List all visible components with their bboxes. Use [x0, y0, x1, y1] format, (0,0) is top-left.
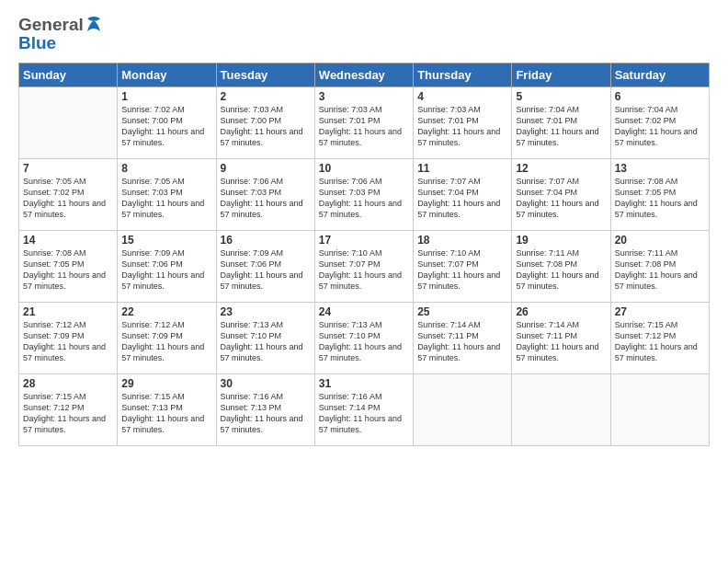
sunset-text: Sunset: 7:03 PM [121, 187, 211, 198]
logo-general-text: General [18, 15, 84, 35]
daylight-text: Daylight: 11 hours and 57 minutes. [615, 270, 705, 292]
calendar-table: Sunday Monday Tuesday Wednesday Thursday… [18, 63, 710, 446]
sunrise-text: Sunrise: 7:11 AM [615, 247, 705, 259]
day-info: Sunrise: 7:14 AM Sunset: 7:11 PM Dayligh… [417, 319, 507, 364]
col-tuesday: Tuesday [216, 63, 314, 87]
day-info: Sunrise: 7:11 AM Sunset: 7:08 PM Dayligh… [615, 247, 705, 293]
calendar-cell: 6 Sunrise: 7:04 AM Sunset: 7:02 PM Dayli… [610, 87, 709, 159]
sunset-text: Sunset: 7:01 PM [319, 115, 409, 126]
daylight-text: Daylight: 11 hours and 57 minutes. [417, 270, 507, 292]
calendar-cell: 15 Sunrise: 7:09 AM Sunset: 7:06 PM Dayl… [118, 231, 216, 303]
sunrise-text: Sunrise: 7:09 AM [221, 247, 311, 259]
calendar-cell: 23 Sunrise: 7:13 AM Sunset: 7:10 PM Dayl… [216, 303, 314, 374]
calendar-cell: 11 Sunrise: 7:07 AM Sunset: 7:04 PM Dayl… [414, 159, 512, 231]
weekday-row: Sunday Monday Tuesday Wednesday Thursday… [19, 63, 710, 87]
calendar-cell: 10 Sunrise: 7:06 AM Sunset: 7:03 PM Dayl… [314, 159, 413, 231]
day-number: 14 [23, 234, 113, 247]
sunset-text: Sunset: 7:05 PM [23, 259, 113, 270]
calendar-cell [19, 87, 118, 159]
sunset-text: Sunset: 7:04 PM [417, 187, 507, 198]
day-number: 5 [516, 90, 606, 103]
day-info: Sunrise: 7:03 AM Sunset: 7:01 PM Dayligh… [417, 104, 507, 149]
day-number: 6 [615, 90, 705, 103]
daylight-text: Daylight: 11 hours and 57 minutes. [23, 270, 113, 292]
sunrise-text: Sunrise: 7:13 AM [221, 319, 311, 330]
calendar-cell: 1 Sunrise: 7:02 AM Sunset: 7:00 PM Dayli… [118, 87, 216, 159]
day-number: 7 [23, 162, 113, 175]
day-info: Sunrise: 7:03 AM Sunset: 7:01 PM Dayligh… [319, 104, 409, 149]
day-number: 18 [417, 234, 507, 247]
day-info: Sunrise: 7:16 AM Sunset: 7:13 PM Dayligh… [221, 391, 311, 436]
day-number: 12 [516, 162, 606, 175]
sunset-text: Sunset: 7:13 PM [221, 402, 311, 413]
day-info: Sunrise: 7:07 AM Sunset: 7:04 PM Dayligh… [417, 176, 507, 221]
sunset-text: Sunset: 7:01 PM [417, 115, 507, 126]
daylight-text: Daylight: 11 hours and 57 minutes. [121, 126, 211, 148]
day-number: 15 [121, 234, 211, 247]
daylight-text: Daylight: 11 hours and 57 minutes. [319, 126, 409, 148]
calendar-week-1: 1 Sunrise: 7:02 AM Sunset: 7:00 PM Dayli… [19, 87, 710, 159]
sunrise-text: Sunrise: 7:15 AM [23, 391, 113, 402]
sunrise-text: Sunrise: 7:16 AM [319, 391, 409, 402]
sunrise-text: Sunrise: 7:07 AM [417, 176, 507, 187]
calendar-week-2: 7 Sunrise: 7:05 AM Sunset: 7:02 PM Dayli… [19, 159, 710, 231]
day-info: Sunrise: 7:08 AM Sunset: 7:05 PM Dayligh… [615, 176, 705, 221]
sunrise-text: Sunrise: 7:07 AM [516, 176, 606, 187]
sunrise-text: Sunrise: 7:06 AM [319, 176, 409, 187]
day-info: Sunrise: 7:15 AM Sunset: 7:13 PM Dayligh… [121, 391, 211, 436]
sunset-text: Sunset: 7:11 PM [516, 330, 606, 341]
calendar-cell: 18 Sunrise: 7:10 AM Sunset: 7:07 PM Dayl… [414, 231, 512, 303]
calendar-cell: 26 Sunrise: 7:14 AM Sunset: 7:11 PM Dayl… [512, 303, 610, 374]
sunset-text: Sunset: 7:09 PM [121, 330, 211, 341]
calendar-cell: 19 Sunrise: 7:11 AM Sunset: 7:08 PM Dayl… [512, 231, 610, 303]
day-info: Sunrise: 7:04 AM Sunset: 7:01 PM Dayligh… [516, 104, 606, 149]
sunrise-text: Sunrise: 7:10 AM [417, 247, 507, 259]
sunrise-text: Sunrise: 7:12 AM [23, 319, 113, 330]
calendar-cell: 4 Sunrise: 7:03 AM Sunset: 7:01 PM Dayli… [414, 87, 512, 159]
sunset-text: Sunset: 7:06 PM [221, 259, 311, 270]
day-number: 17 [319, 234, 409, 247]
calendar-cell: 20 Sunrise: 7:11 AM Sunset: 7:08 PM Dayl… [610, 231, 709, 303]
day-info: Sunrise: 7:03 AM Sunset: 7:00 PM Dayligh… [221, 104, 311, 149]
sunrise-text: Sunrise: 7:10 AM [319, 247, 409, 259]
day-number: 24 [319, 305, 409, 318]
day-info: Sunrise: 7:08 AM Sunset: 7:05 PM Dayligh… [23, 247, 113, 293]
day-info: Sunrise: 7:07 AM Sunset: 7:04 PM Dayligh… [516, 176, 606, 221]
page: General Blue Sunday Monday Tuesday Wedne… [0, 0, 728, 563]
daylight-text: Daylight: 11 hours and 57 minutes. [221, 198, 311, 220]
sunset-text: Sunset: 7:00 PM [121, 115, 211, 126]
day-info: Sunrise: 7:06 AM Sunset: 7:03 PM Dayligh… [221, 176, 311, 221]
daylight-text: Daylight: 11 hours and 57 minutes. [615, 126, 705, 148]
calendar-cell: 13 Sunrise: 7:08 AM Sunset: 7:05 PM Dayl… [610, 159, 709, 231]
calendar-header: Sunday Monday Tuesday Wednesday Thursday… [19, 63, 710, 87]
logo-blue-text: Blue [18, 33, 56, 53]
daylight-text: Daylight: 11 hours and 57 minutes. [516, 198, 606, 220]
daylight-text: Daylight: 11 hours and 57 minutes. [121, 270, 211, 292]
day-info: Sunrise: 7:04 AM Sunset: 7:02 PM Dayligh… [615, 104, 705, 149]
calendar-week-3: 14 Sunrise: 7:08 AM Sunset: 7:05 PM Dayl… [19, 231, 710, 303]
sunset-text: Sunset: 7:04 PM [516, 187, 606, 198]
sunrise-text: Sunrise: 7:02 AM [121, 104, 211, 115]
day-info: Sunrise: 7:11 AM Sunset: 7:08 PM Dayligh… [516, 247, 606, 293]
col-thursday: Thursday [414, 63, 512, 87]
day-info: Sunrise: 7:12 AM Sunset: 7:09 PM Dayligh… [121, 319, 211, 364]
sunrise-text: Sunrise: 7:08 AM [23, 247, 113, 259]
calendar-cell: 9 Sunrise: 7:06 AM Sunset: 7:03 PM Dayli… [216, 159, 314, 231]
calendar-cell: 25 Sunrise: 7:14 AM Sunset: 7:11 PM Dayl… [414, 303, 512, 374]
sunset-text: Sunset: 7:05 PM [615, 187, 705, 198]
calendar-cell [512, 374, 610, 446]
day-number: 19 [516, 234, 606, 247]
calendar-cell: 8 Sunrise: 7:05 AM Sunset: 7:03 PM Dayli… [118, 159, 216, 231]
calendar-cell: 24 Sunrise: 7:13 AM Sunset: 7:10 PM Dayl… [314, 303, 413, 374]
daylight-text: Daylight: 11 hours and 57 minutes. [221, 270, 311, 292]
day-number: 29 [121, 377, 211, 390]
day-number: 9 [221, 162, 311, 175]
sunrise-text: Sunrise: 7:12 AM [121, 319, 211, 330]
calendar-week-5: 28 Sunrise: 7:15 AM Sunset: 7:12 PM Dayl… [19, 374, 710, 446]
logo-bird-icon [85, 15, 102, 35]
calendar-cell: 21 Sunrise: 7:12 AM Sunset: 7:09 PM Dayl… [19, 303, 118, 374]
sunset-text: Sunset: 7:00 PM [221, 115, 311, 126]
calendar-cell: 31 Sunrise: 7:16 AM Sunset: 7:14 PM Dayl… [314, 374, 413, 446]
sunrise-text: Sunrise: 7:15 AM [121, 391, 211, 402]
calendar-cell: 3 Sunrise: 7:03 AM Sunset: 7:01 PM Dayli… [314, 87, 413, 159]
